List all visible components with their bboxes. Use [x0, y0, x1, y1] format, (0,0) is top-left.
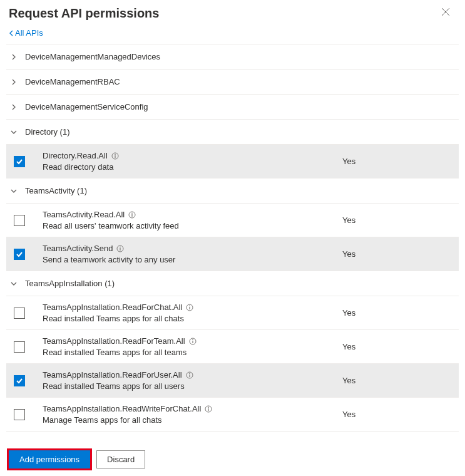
permission-group-label: DeviceManagementRBAC	[25, 77, 120, 86]
svg-point-10	[189, 305, 190, 306]
permission-description: Read all users' teamwork activity feed	[43, 221, 334, 230]
permission-name: TeamsAppInstallation.ReadForTeam.All	[43, 336, 334, 346]
permission-group-label: TeamsAppInstallation (1)	[25, 279, 115, 288]
permission-group-label: TeamsActivity (1)	[25, 186, 87, 195]
info-icon[interactable]	[186, 371, 193, 379]
permission-description: Manage Teams apps for all chats	[43, 415, 334, 425]
permission-group-row[interactable]: DeviceManagementRBAC	[6, 69, 459, 94]
chevron-down-icon	[10, 128, 19, 136]
info-icon[interactable]	[128, 211, 136, 219]
permission-text: TeamsAppInstallation.ReadForChat.All Rea…	[34, 303, 334, 323]
permission-group-row[interactable]: Directory (1)	[6, 119, 459, 144]
admin-consent-value: Yes	[342, 342, 455, 351]
permission-row[interactable]: Directory.Read.All Read directory dataYe…	[6, 144, 459, 178]
close-icon	[441, 8, 450, 16]
svg-rect-14	[192, 341, 193, 343]
permission-row[interactable]: TeamsAppInstallation.ReadWriteForTeam.Al…	[6, 431, 459, 432]
permission-group-row[interactable]: DeviceManagementServiceConfig	[6, 94, 459, 119]
permission-checkbox[interactable]	[14, 341, 25, 353]
page-title: Request API permissions	[9, 6, 159, 21]
chevron-right-icon	[10, 78, 19, 86]
svg-rect-17	[189, 375, 190, 377]
info-icon[interactable]	[116, 245, 124, 252]
permission-name: Directory.Read.All	[43, 151, 334, 160]
permission-text: Directory.Read.All Read directory data	[34, 151, 334, 172]
permission-checkbox[interactable]	[14, 249, 25, 260]
chevron-left-icon	[9, 30, 14, 36]
permissions-list: DeviceManagementManagedDevicesDeviceMana…	[0, 44, 465, 432]
admin-consent-value: Yes	[342, 249, 455, 259]
permission-name: TeamsAppInstallation.ReadWriteForChat.Al…	[43, 404, 334, 413]
admin-consent-value: Yes	[342, 215, 455, 225]
footer: Add permissions Discard	[0, 444, 465, 476]
permission-description: Read installed Teams apps for all chats	[43, 314, 334, 323]
svg-rect-11	[190, 307, 190, 309]
permission-checkbox[interactable]	[14, 409, 25, 420]
permission-text: TeamsActivity.Read.All Read all users' t…	[34, 210, 334, 230]
chevron-right-icon	[10, 103, 19, 111]
svg-point-13	[192, 339, 193, 340]
permission-row[interactable]: TeamsAppInstallation.ReadForChat.All Rea…	[6, 296, 459, 329]
permission-checkbox[interactable]	[14, 308, 25, 319]
permission-group-label: DeviceManagementServiceConfig	[25, 102, 148, 111]
permission-name: TeamsActivity.Send	[43, 244, 334, 253]
info-icon[interactable]	[189, 338, 197, 345]
admin-consent-value: Yes	[342, 410, 455, 419]
permission-text: TeamsActivity.Send Send a teamwork activ…	[34, 244, 334, 264]
permission-row[interactable]: TeamsActivity.Read.All Read all users' t…	[6, 203, 459, 237]
chevron-right-icon	[10, 53, 19, 61]
svg-rect-20	[208, 408, 209, 411]
svg-point-19	[208, 406, 210, 408]
svg-point-1	[115, 153, 116, 155]
info-icon[interactable]	[186, 304, 193, 311]
admin-consent-value: Yes	[342, 157, 455, 166]
admin-consent-value: Yes	[342, 308, 455, 318]
svg-rect-8	[120, 248, 121, 251]
back-all-apis-link[interactable]: All APIs	[0, 24, 465, 44]
permission-group-label: DeviceManagementManagedDevices	[25, 52, 160, 61]
chevron-down-icon	[10, 280, 19, 287]
permission-group-row[interactable]: DeviceManagementManagedDevices	[6, 44, 459, 69]
permission-checkbox[interactable]	[14, 375, 25, 386]
discard-button[interactable]: Discard	[96, 450, 145, 468]
permission-checkbox[interactable]	[14, 156, 25, 167]
permission-row[interactable]: TeamsActivity.Send Send a teamwork activ…	[6, 237, 459, 271]
svg-point-4	[131, 212, 133, 214]
svg-rect-5	[132, 214, 133, 217]
permission-group-row[interactable]: TeamsAppInstallation (1)	[6, 271, 459, 296]
permission-description: Read directory data	[43, 162, 334, 172]
add-permissions-button[interactable]: Add permissions	[9, 450, 90, 468]
permission-group-row[interactable]: TeamsActivity (1)	[6, 178, 459, 203]
permission-row[interactable]: TeamsAppInstallation.ReadForTeam.All Rea…	[6, 329, 459, 363]
admin-consent-value: Yes	[342, 376, 455, 385]
permission-name: TeamsAppInstallation.ReadForUser.All	[43, 370, 334, 380]
chevron-down-icon	[10, 187, 19, 195]
permission-row[interactable]: TeamsAppInstallation.ReadWriteForChat.Al…	[6, 397, 459, 431]
permission-group-label: Directory (1)	[25, 127, 70, 137]
permission-description: Read installed Teams apps for all users	[43, 381, 334, 391]
close-button[interactable]	[439, 6, 452, 19]
permission-checkbox[interactable]	[14, 215, 25, 226]
permission-text: TeamsAppInstallation.ReadWriteForChat.Al…	[34, 404, 334, 425]
permission-text: TeamsAppInstallation.ReadForUser.All Rea…	[34, 370, 334, 391]
permission-name: TeamsActivity.Read.All	[43, 210, 334, 219]
back-link-label: All APIs	[15, 28, 43, 38]
info-icon[interactable]	[205, 405, 212, 413]
svg-rect-2	[115, 155, 115, 158]
svg-point-16	[189, 373, 190, 374]
info-icon[interactable]	[111, 152, 119, 160]
permission-description: Send a teamwork activity to any user	[43, 255, 334, 264]
permission-name: TeamsAppInstallation.ReadForChat.All	[43, 303, 334, 312]
permission-row[interactable]: TeamsAppInstallation.ReadForUser.All Rea…	[6, 363, 459, 397]
svg-point-7	[120, 246, 121, 247]
permission-description: Read installed Teams apps for all teams	[43, 348, 334, 357]
permission-text: TeamsAppInstallation.ReadForTeam.All Rea…	[34, 336, 334, 357]
